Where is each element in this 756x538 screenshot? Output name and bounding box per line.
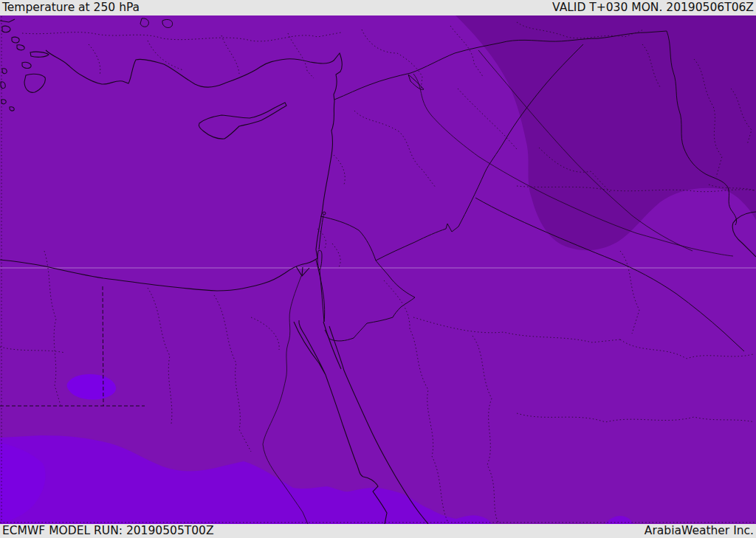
footer-bar: ECMWF MODEL RUN: 20190505T00Z ArabiaWeat…: [0, 524, 756, 538]
weather-map: [0, 15, 756, 524]
header-bar: Temperature at 250 hPa VALID T+030 MON. …: [0, 0, 756, 15]
valid-time-label: VALID T+030 MON. 20190506T06Z: [552, 0, 754, 15]
model-run-label: ECMWF MODEL RUN: 20190505T00Z: [2, 524, 214, 538]
map-title: Temperature at 250 hPa: [2, 0, 140, 15]
weather-map-window: Temperature at 250 hPa VALID T+030 MON. …: [0, 0, 756, 538]
temperature-shading: [0, 15, 756, 524]
credit-label: ArabiaWeather Inc.: [645, 524, 754, 538]
